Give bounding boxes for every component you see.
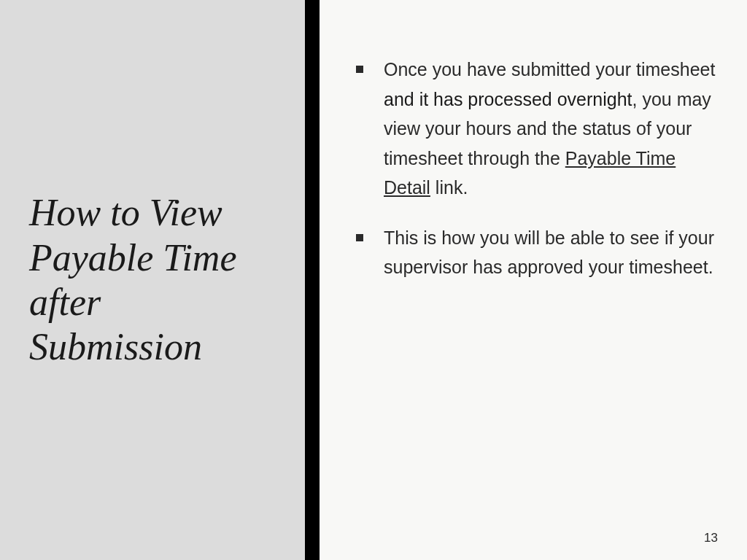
title-panel: How to View Payable Time after Submissio… xyxy=(0,0,305,560)
bullet-text: Once you have submitted your timesheet a… xyxy=(384,55,718,203)
vertical-divider xyxy=(305,0,320,560)
slide-title: How to View Payable Time after Submissio… xyxy=(29,190,283,369)
text-segment: Once you have submitted your timesheet xyxy=(384,59,715,79)
list-item: This is how you will be able to see if y… xyxy=(356,223,718,282)
page-number: 13 xyxy=(704,531,718,545)
list-item: Once you have submitted your timesheet a… xyxy=(356,55,718,203)
text-segment: link. xyxy=(430,177,468,198)
bullet-list: Once you have submitted your timesheet a… xyxy=(356,55,718,282)
bullet-icon xyxy=(356,66,363,73)
bold-text: and it has processed overnight xyxy=(384,89,632,109)
content-panel: Once you have submitted your timesheet a… xyxy=(320,0,747,560)
bullet-text: This is how you will be able to see if y… xyxy=(384,223,718,282)
bullet-icon xyxy=(356,234,363,241)
